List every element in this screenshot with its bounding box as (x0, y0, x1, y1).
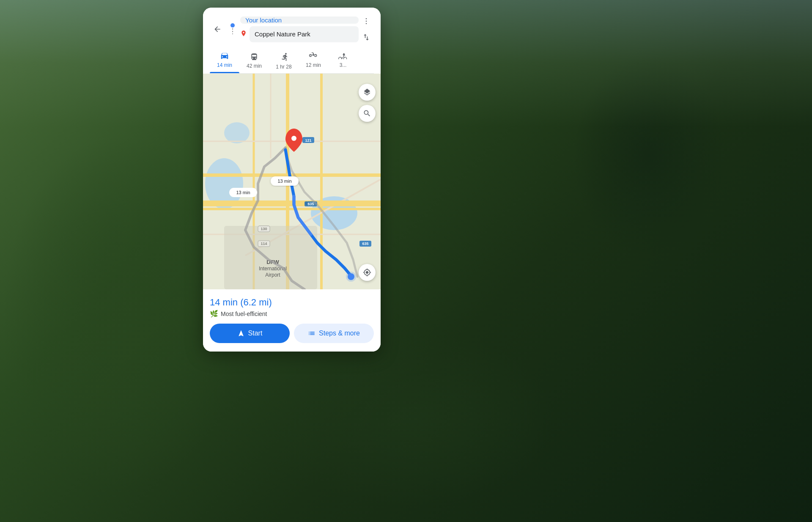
route-map: 635 635 121 635 114 130 DFW Internationa… (203, 74, 381, 289)
steps-icon (308, 330, 315, 337)
eco-leaf-icon: 🌿 (210, 310, 218, 318)
svg-rect-28 (224, 226, 317, 289)
svg-point-34 (291, 136, 296, 141)
swap-directions-button[interactable] (359, 30, 374, 45)
car-icon (220, 52, 229, 61)
svg-text:635: 635 (307, 202, 314, 206)
tab-car[interactable]: 14 min (210, 50, 239, 73)
transport-tabs: 14 min 42 min 1 hr 28 (210, 47, 374, 74)
steps-button[interactable]: Steps & more (294, 324, 374, 343)
origin-input[interactable] (240, 16, 359, 24)
svg-point-2 (366, 23, 367, 25)
navigation-icon (237, 330, 245, 337)
svg-text:13 min: 13 min (277, 179, 291, 184)
svg-text:635: 635 (362, 242, 368, 246)
tab-transit[interactable]: 42 min (239, 50, 269, 73)
locate-button[interactable] (359, 264, 376, 281)
tab-motorcycle-label: 12 min (306, 62, 321, 68)
svg-point-1 (366, 21, 367, 22)
route-line (232, 28, 233, 34)
bottom-panel: 14 min (6.2 mi) 🌿 Most fuel-efficient St… (203, 289, 381, 352)
route-dots (228, 23, 237, 35)
route-time: 14 min (6.2 mi) (210, 297, 374, 308)
header: 14 min 42 min 1 hr 28 (203, 8, 381, 74)
tab-bicycle-label: 3... (340, 62, 347, 68)
action-buttons: Start Steps & more (210, 324, 374, 343)
motorcycle-icon (309, 52, 318, 61)
route-eco: 🌿 Most fuel-efficient (210, 310, 374, 318)
transit-icon (250, 52, 258, 62)
tab-motorcycle[interactable]: 12 min (299, 50, 328, 73)
destination-pin-icon (240, 30, 247, 38)
svg-point-0 (366, 18, 367, 19)
tab-transit-label: 42 min (247, 63, 262, 69)
tab-walk-label: 1 hr 28 (276, 64, 291, 70)
walk-icon (280, 52, 287, 63)
svg-text:13 min: 13 min (236, 190, 250, 195)
layers-button[interactable] (359, 84, 376, 101)
svg-point-33 (346, 272, 356, 282)
start-button[interactable]: Start (210, 324, 290, 343)
tab-walk[interactable]: 1 hr 28 (269, 50, 299, 73)
svg-point-6 (224, 122, 250, 143)
maps-card: 14 min 42 min 1 hr 28 (203, 8, 381, 352)
search-map-button[interactable] (359, 105, 376, 122)
destination-input[interactable] (250, 26, 359, 42)
route-summary: 14 min (6.2 mi) 🌿 Most fuel-efficient (210, 297, 374, 318)
origin-dot (230, 23, 235, 27)
map-container[interactable]: 635 635 121 635 114 130 DFW Internationa… (203, 74, 381, 289)
back-button[interactable] (210, 22, 225, 37)
tab-car-label: 14 min (217, 62, 232, 68)
steps-button-label: Steps & more (319, 330, 360, 337)
eco-label: Most fuel-efficient (221, 310, 267, 317)
svg-text:121: 121 (305, 138, 311, 143)
bicycle-icon (338, 52, 348, 61)
start-button-label: Start (248, 330, 263, 337)
origin-row (210, 14, 374, 45)
more-options-button[interactable] (359, 14, 374, 29)
svg-rect-16 (203, 201, 381, 206)
svg-text:Airport: Airport (265, 272, 280, 278)
background (0, 0, 812, 522)
tab-bicycle[interactable]: 3... (328, 50, 358, 73)
